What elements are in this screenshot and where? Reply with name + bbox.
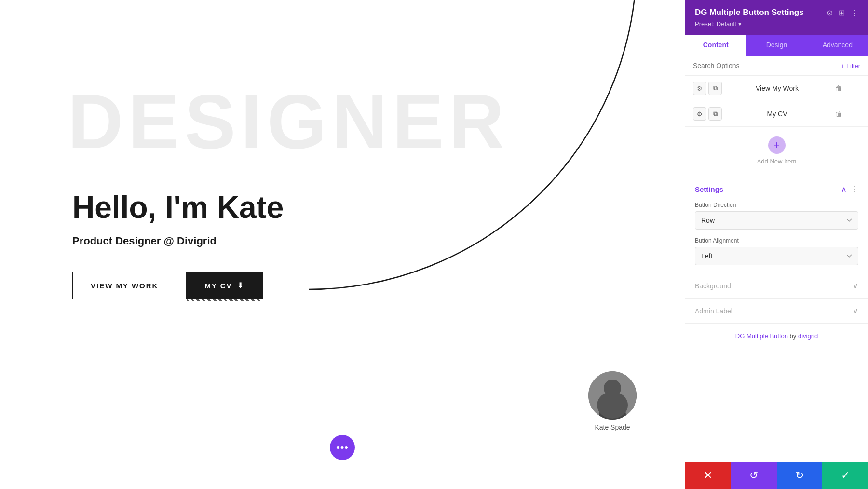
- button-alignment-label: Button Alignment: [695, 237, 858, 244]
- view-my-work-button[interactable]: VIEW MY WORK: [72, 272, 176, 299]
- footer-credit: DG Multiple Button by divigrid: [735, 332, 818, 340]
- section-toggle: ∧ ⋮: [841, 185, 858, 194]
- button-alignment-select[interactable]: Left Center Right: [695, 247, 858, 265]
- buttons-container: VIEW MY WORK MY CV ⬇: [72, 272, 612, 299]
- panel-title-row: DG Multiple Button Settings ⊙ ⊞ ⋮: [695, 8, 858, 17]
- tab-design[interactable]: Design: [746, 35, 807, 56]
- admin-label-section: Admin Label ∨: [685, 298, 868, 323]
- avatar-container: Kate Spade: [588, 371, 637, 431]
- item-delete-icon-1[interactable]: 🗑: [832, 82, 845, 95]
- panel-body: ⚙ ⧉ View My Work 🗑 ⋮ ⚙ ⧉ My CV 🗑 ⋮ +: [685, 76, 868, 462]
- settings-more-button[interactable]: ⋮: [851, 185, 858, 194]
- item-actions-1: 🗑 ⋮: [832, 82, 860, 95]
- settings-section-title: Settings: [695, 185, 723, 193]
- panel-preset[interactable]: Preset: Default ▾: [695, 20, 858, 27]
- main-heading: Hello, I'm Kate: [72, 190, 612, 225]
- cancel-button[interactable]: ✕: [685, 462, 731, 489]
- filter-button[interactable]: + Filter: [841, 62, 860, 69]
- item-label-2: My CV: [726, 110, 828, 118]
- admin-label-header[interactable]: Admin Label ∨: [695, 306, 858, 315]
- panel-title-icons: ⊙ ⊞ ⋮: [827, 8, 858, 17]
- background-label: Background: [695, 282, 731, 290]
- avatar-image: [588, 371, 637, 420]
- add-circle-icon: +: [768, 136, 786, 154]
- add-new-label: Add New Item: [757, 158, 797, 165]
- background-designer-text: DESIGNER: [68, 77, 509, 166]
- my-cv-button[interactable]: MY CV ⬇: [186, 272, 262, 299]
- panel-tabs: Content Design Advanced: [685, 35, 868, 56]
- split-icon[interactable]: ⊞: [839, 8, 845, 17]
- item-icons-2: ⚙ ⧉: [693, 107, 722, 121]
- item-actions-2: 🗑 ⋮: [832, 108, 860, 120]
- action-bar: ✕ ↺ ↻ ✓: [685, 462, 868, 489]
- admin-label-chevron-icon: ∨: [853, 306, 858, 315]
- footer-plugin-link[interactable]: DG Multiple Button: [735, 332, 788, 340]
- canvas-content: DESIGNER Hello, I'm Kate Product Designe…: [0, 0, 685, 489]
- avatar-name: Kate Spade: [595, 423, 630, 431]
- tab-content[interactable]: Content: [685, 35, 746, 56]
- button-item-my-cv: ⚙ ⧉ My CV 🗑 ⋮: [685, 101, 868, 127]
- button-direction-group: Button Direction Row Column: [695, 202, 858, 230]
- item-label-1: View My Work: [726, 84, 828, 92]
- search-input[interactable]: [693, 62, 841, 69]
- background-section: Background ∨: [685, 273, 868, 298]
- item-more-icon-1[interactable]: ⋮: [848, 82, 860, 95]
- item-icons-1: ⚙ ⧉: [693, 82, 722, 95]
- button-alignment-group: Button Alignment Left Center Right: [695, 237, 858, 265]
- background-section-header[interactable]: Background ∨: [695, 281, 858, 290]
- save-button[interactable]: ✓: [822, 462, 868, 489]
- item-copy-icon-1[interactable]: ⧉: [708, 82, 722, 95]
- settings-section-header: Settings ∧ ⋮: [695, 185, 858, 194]
- button-direction-label: Button Direction: [695, 202, 858, 208]
- button-item-view-my-work: ⚙ ⧉ View My Work 🗑 ⋮: [685, 76, 868, 101]
- undo-button[interactable]: ↺: [731, 462, 777, 489]
- settings-collapse-button[interactable]: ∧: [841, 185, 847, 194]
- settings-panel: DG Multiple Button Settings ⊙ ⊞ ⋮ Preset…: [685, 0, 868, 489]
- tab-advanced[interactable]: Advanced: [807, 35, 868, 56]
- search-bar: + Filter: [685, 56, 868, 76]
- button-direction-select[interactable]: Row Column: [695, 211, 858, 230]
- item-settings-icon-2[interactable]: ⚙: [693, 107, 706, 121]
- download-icon: ⬇: [237, 281, 244, 290]
- more-icon[interactable]: ⋮: [851, 8, 858, 17]
- footer-author-link[interactable]: divigrid: [798, 332, 818, 340]
- item-settings-icon-1[interactable]: ⚙: [693, 82, 706, 95]
- subtitle-text: Product Designer @ Divigrid: [72, 235, 612, 247]
- settings-section: Settings ∧ ⋮ Button Direction Row Column…: [685, 175, 868, 265]
- redo-button[interactable]: ↻: [777, 462, 823, 489]
- floating-dots-button[interactable]: •••: [330, 435, 355, 460]
- panel-title: DG Multiple Button Settings: [695, 8, 804, 17]
- avatar: [588, 371, 637, 420]
- canvas-area: DESIGNER Hello, I'm Kate Product Designe…: [0, 0, 685, 489]
- background-chevron-icon: ∨: [853, 281, 858, 290]
- admin-label-text: Admin Label: [695, 307, 732, 315]
- item-copy-icon-2[interactable]: ⧉: [708, 107, 722, 121]
- panel-footer: DG Multiple Button by divigrid: [685, 323, 868, 348]
- add-new-item[interactable]: + Add New Item: [685, 127, 868, 175]
- svg-point-3: [597, 392, 628, 419]
- item-more-icon-2[interactable]: ⋮: [848, 108, 860, 120]
- panel-header: DG Multiple Button Settings ⊙ ⊞ ⋮ Preset…: [685, 0, 868, 35]
- item-delete-icon-2[interactable]: 🗑: [832, 108, 845, 120]
- focus-icon[interactable]: ⊙: [827, 8, 833, 17]
